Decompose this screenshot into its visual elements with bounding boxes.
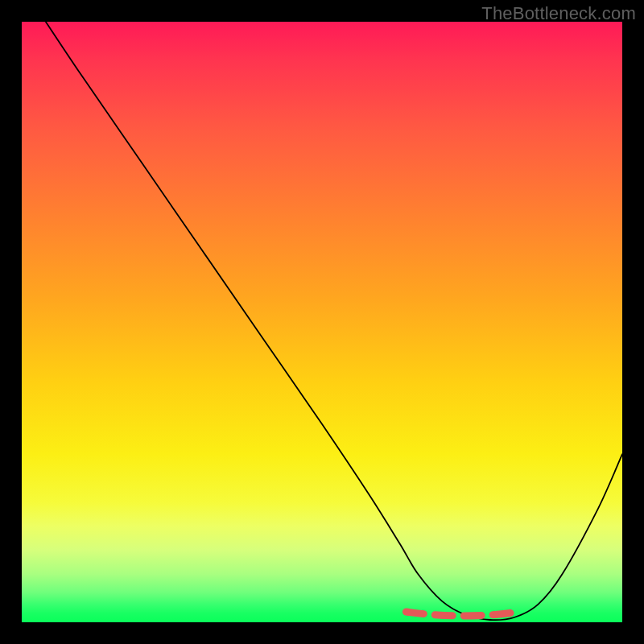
watermark-text: TheBottleneck.com [481, 3, 636, 24]
optimal-range-marker [406, 612, 520, 616]
plot-area [22, 22, 622, 622]
bottleneck-curve [46, 22, 622, 620]
chart-svg [22, 22, 622, 622]
chart-frame: TheBottleneck.com [0, 0, 644, 644]
